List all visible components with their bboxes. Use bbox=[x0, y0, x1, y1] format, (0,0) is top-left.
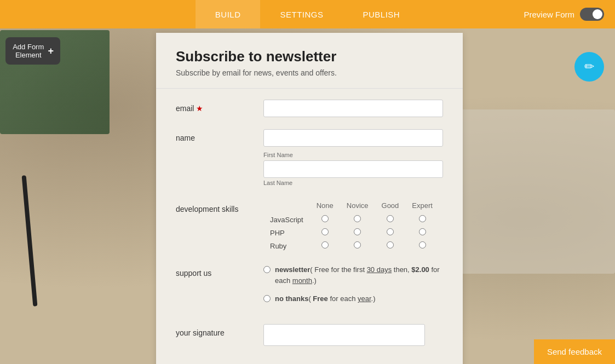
send-feedback-button[interactable]: Send feedback bbox=[534, 339, 615, 364]
support-row: support us newsletter( Free for the firs… bbox=[176, 264, 443, 312]
js-good-radio[interactable] bbox=[387, 215, 394, 222]
skills-col-good: Good bbox=[375, 200, 406, 213]
signature-row: your signature bbox=[176, 324, 443, 346]
laptop-decoration bbox=[451, 109, 615, 274]
ruby-good-radio[interactable] bbox=[387, 241, 394, 249]
form-header: Subscribe to newsletter Subscribe by ema… bbox=[156, 33, 463, 89]
tab-build[interactable]: BUILD bbox=[196, 0, 261, 28]
newsletter-radio[interactable] bbox=[263, 266, 271, 273]
signature-label: your signature bbox=[176, 324, 263, 337]
name-label: name bbox=[176, 129, 263, 142]
name-last-input[interactable] bbox=[263, 160, 443, 178]
skills-table: None Novice Good Expert JavaScript bbox=[263, 200, 439, 252]
email-inputs bbox=[263, 100, 443, 117]
php-none-radio[interactable] bbox=[321, 228, 329, 235]
dev-skills-row: development skills None Novice Good Expe… bbox=[176, 200, 443, 252]
form-body: email ★ name First Name Last Name develo… bbox=[156, 89, 463, 363]
skills-col-none: None bbox=[310, 200, 340, 213]
ruby-novice-radio[interactable] bbox=[354, 241, 361, 249]
top-nav: BUILD SETTINGS PUBLISH Preview Form bbox=[0, 0, 615, 28]
skills-row-ruby: Ruby bbox=[263, 239, 439, 252]
skills-ruby-label: Ruby bbox=[263, 239, 310, 252]
dev-skills-inputs: None Novice Good Expert JavaScript bbox=[263, 200, 443, 252]
skills-php-label: PHP bbox=[263, 226, 310, 239]
nothanks-radio[interactable] bbox=[263, 295, 271, 302]
first-name-sublabel: First Name bbox=[263, 152, 443, 158]
skills-header-row: None Novice Good Expert bbox=[263, 200, 439, 213]
skills-js-label: JavaScript bbox=[263, 213, 310, 226]
signature-inputs bbox=[263, 324, 443, 346]
email-row: email ★ bbox=[176, 100, 443, 117]
nothanks-text: no thanks( Free for each year.) bbox=[275, 293, 376, 304]
last-name-sublabel: Last Name bbox=[263, 180, 443, 186]
add-form-line1: Add Form bbox=[12, 43, 44, 51]
email-required-star: ★ bbox=[196, 104, 203, 113]
skills-row-js: JavaScript bbox=[263, 213, 439, 226]
form-title: Subscribe to newsletter bbox=[176, 48, 443, 65]
support-newsletter-option: newsletter( Free for the first 30 days t… bbox=[263, 264, 443, 286]
ruby-none-radio[interactable] bbox=[321, 241, 329, 249]
add-form-element-button[interactable]: Add Form Element + bbox=[5, 37, 60, 65]
nav-tabs: BUILD SETTINGS PUBLISH bbox=[0, 0, 615, 28]
js-novice-radio[interactable] bbox=[354, 215, 361, 222]
support-inputs: newsletter( Free for the first 30 days t… bbox=[263, 264, 443, 312]
preview-form-area: Preview Form bbox=[524, 0, 604, 28]
pencil-icon: ✏ bbox=[584, 60, 594, 74]
php-good-radio[interactable] bbox=[387, 228, 394, 235]
skills-col-novice: Novice bbox=[340, 200, 375, 213]
add-form-plus-icon: + bbox=[48, 45, 54, 57]
js-expert-radio[interactable] bbox=[419, 215, 426, 222]
form-card: Subscribe to newsletter Subscribe by ema… bbox=[156, 33, 463, 364]
php-expert-radio[interactable] bbox=[419, 228, 426, 235]
newsletter-text: newsletter( Free for the first 30 days t… bbox=[275, 264, 443, 286]
skills-col-expert: Expert bbox=[405, 200, 439, 213]
tab-publish[interactable]: PUBLISH bbox=[343, 0, 420, 28]
name-inputs: First Name Last Name bbox=[263, 129, 443, 188]
ruby-expert-radio[interactable] bbox=[419, 241, 426, 249]
fab-button[interactable]: ✏ bbox=[574, 52, 604, 82]
name-row: name First Name Last Name bbox=[176, 129, 443, 188]
support-nothanks-option: no thanks( Free for each year.) bbox=[263, 293, 443, 304]
email-input[interactable] bbox=[263, 100, 443, 117]
dev-skills-label: development skills bbox=[176, 200, 263, 213]
skills-row-php: PHP bbox=[263, 226, 439, 239]
preview-form-toggle[interactable] bbox=[580, 8, 604, 21]
php-novice-radio[interactable] bbox=[354, 228, 361, 235]
name-first-input[interactable] bbox=[263, 129, 443, 147]
support-label: support us bbox=[176, 264, 263, 278]
toggle-knob bbox=[593, 9, 602, 19]
skills-col-skill bbox=[263, 200, 310, 213]
email-label: email ★ bbox=[176, 100, 263, 113]
add-form-line2: Element bbox=[12, 51, 44, 59]
signature-input[interactable] bbox=[263, 324, 425, 346]
preview-form-label: Preview Form bbox=[524, 10, 574, 19]
tab-settings[interactable]: SETTINGS bbox=[260, 0, 343, 28]
js-none-radio[interactable] bbox=[321, 215, 329, 222]
form-subtitle: Subscribe by email for news, events and … bbox=[176, 68, 443, 77]
